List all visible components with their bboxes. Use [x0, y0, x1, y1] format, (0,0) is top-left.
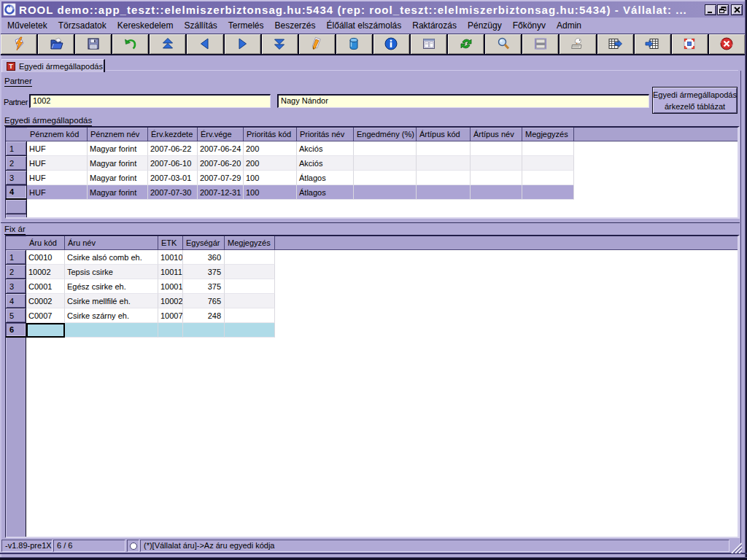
prev-record-button[interactable] [187, 34, 224, 54]
agreement-grid-cell[interactable] [471, 185, 522, 200]
agreement-grid-cell[interactable] [417, 185, 471, 200]
agreement-grid-cell[interactable]: 200 [244, 141, 297, 156]
fix-price-grid-cell[interactable]: 10010 [158, 250, 183, 265]
fix-price-grid-cell[interactable]: Csirke alsó comb eh. [65, 250, 158, 265]
agreement-grid-cell[interactable] [471, 141, 522, 156]
fix-price-grid-cell[interactable] [158, 323, 183, 338]
fix-price-grid-cell[interactable] [225, 308, 275, 323]
select-grid-button[interactable] [672, 34, 709, 54]
open-folder-button[interactable] [38, 34, 75, 54]
agreement-grid-cell[interactable] [522, 171, 574, 185]
agreement-grid-cell[interactable] [417, 141, 471, 156]
agreement-grid-cell[interactable]: Magyar forint [88, 171, 148, 185]
fix-price-grid-cell[interactable]: 375 [183, 279, 225, 294]
save-button[interactable] [75, 34, 112, 54]
agreement-grid-cell[interactable] [522, 141, 574, 156]
fix-price-grid-cell[interactable]: 10002 [26, 265, 65, 279]
agreement-grid-cell[interactable]: 100 [244, 171, 297, 185]
fix-price-grid-row-number[interactable]: 4 [6, 294, 26, 308]
agreement-grid-cell[interactable] [417, 156, 471, 171]
restore-button[interactable] [717, 4, 729, 15]
agreement-grid-row-number[interactable]: 4 [6, 185, 26, 200]
fix-price-grid-column-header[interactable]: Megjegyzés [225, 236, 275, 249]
fix-price-grid-row-number[interactable]: 1 [6, 250, 26, 265]
fix-price-grid-cell[interactable]: 10011 [158, 265, 183, 279]
menu-item-1[interactable]: Műveletek [7, 20, 47, 31]
agreement-grid-cell[interactable] [522, 156, 574, 171]
fix-price-grid-cell[interactable] [225, 294, 275, 308]
agreement-grid-cell[interactable]: HUF [27, 171, 88, 185]
fix-price-grid-cell[interactable]: 765 [183, 294, 225, 308]
menu-item-6[interactable]: Beszerzés [275, 20, 316, 31]
tab-egyedi-armegallapodas[interactable]: T Egyedi ármegállapodás [1, 59, 105, 72]
agreement-grid-cell[interactable]: 2007-07-30 [148, 185, 198, 200]
agreement-grid-cell[interactable] [354, 141, 417, 156]
fix-price-grid-cell[interactable]: 375 [183, 265, 225, 279]
agreement-grid-cell[interactable]: Magyar forint [88, 156, 148, 171]
agreement-grid-column-header[interactable]: Érv.kezdete [148, 128, 198, 141]
menu-item-2[interactable]: Törzsadatok [58, 20, 107, 31]
fix-price-grid-cell[interactable]: 10007 [158, 308, 183, 323]
agreement-grid-column-header[interactable]: Pénznem kód [27, 128, 88, 141]
fix-price-section-heading[interactable]: Fix ár [4, 225, 26, 235]
agreement-grid-cell[interactable]: Magyar forint [88, 185, 148, 200]
keyboard-input-button[interactable] [560, 34, 597, 54]
fix-price-grid-cell[interactable]: C0002 [26, 294, 65, 308]
agreement-grid-column-header[interactable]: Érv.vége [198, 128, 244, 141]
form-window-button[interactable] [411, 34, 448, 54]
agreement-grid-cell[interactable]: 100 [244, 185, 297, 200]
resize-grip[interactable] [730, 542, 742, 553]
menu-item-7[interactable]: Élőállat elszámolás [327, 20, 402, 31]
agreement-grid-cell[interactable] [417, 171, 471, 185]
agreement-grid-cell[interactable]: Átlagos [297, 185, 354, 200]
fix-price-grid-cell[interactable]: 10001 [158, 279, 183, 294]
fix-price-grid-cell[interactable] [225, 250, 275, 265]
agreement-grid-column-header[interactable]: Megjegyzés [522, 128, 574, 141]
menu-item-5[interactable]: Termelés [228, 20, 264, 31]
first-record-button[interactable] [150, 34, 187, 54]
agreement-grid-column-header[interactable]: Pénznem név [88, 128, 148, 141]
agreement-grid-cell[interactable]: HUF [27, 156, 88, 171]
fix-price-grid-cell[interactable] [225, 323, 275, 338]
menu-item-11[interactable]: Admin [557, 20, 581, 31]
agreement-grid-column-header[interactable]: Ártípus kód [417, 128, 471, 141]
agreement-grid-cell[interactable]: Átlagos [297, 171, 354, 185]
menu-item-3[interactable]: Kereskedelem [117, 20, 174, 31]
partner-name-input[interactable]: Nagy Nándor [277, 94, 649, 108]
menu-item-10[interactable]: Főkönyv [513, 20, 546, 31]
fix-price-grid-row-number[interactable]: 5 [6, 308, 26, 323]
agreement-grid-cell[interactable]: 2007-07-29 [198, 171, 244, 185]
agreement-grid-cell[interactable] [354, 156, 417, 171]
minimize-button[interactable] [705, 4, 716, 15]
edit-button[interactable] [299, 34, 336, 54]
menu-item-8[interactable]: Raktározás [412, 20, 457, 31]
import-table-button[interactable] [635, 34, 672, 54]
agreement-grid-cell[interactable]: Akciós [297, 141, 354, 156]
menu-item-9[interactable]: Pénzügy [468, 20, 502, 31]
database-button[interactable] [336, 34, 374, 54]
close-button[interactable] [731, 4, 743, 15]
fix-price-grid-cell[interactable] [225, 265, 275, 279]
agreement-grid-cell[interactable]: 2007-12-31 [198, 185, 244, 200]
fix-price-grid-row-number[interactable]: 6 [6, 323, 26, 338]
agreement-grid-column-header[interactable]: Ártípus név [471, 128, 522, 141]
agreement-grid-cell[interactable]: 2007-06-22 [148, 141, 198, 156]
fix-price-grid-cell[interactable] [183, 323, 225, 338]
fix-price-grid-row-number[interactable]: 3 [6, 279, 26, 294]
fix-price-grid-cell[interactable]: C0007 [26, 308, 65, 323]
execute-button[interactable] [1, 34, 38, 54]
fix-price-grid-focused-cell[interactable] [26, 323, 65, 338]
agreement-grid-row-number[interactable]: 2 [6, 156, 26, 171]
fix-price-grid-row-number[interactable]: 2 [6, 265, 26, 279]
agreement-grid-cell[interactable]: HUF [27, 141, 88, 156]
fix-price-grid-cell[interactable] [65, 323, 158, 338]
fix-price-grid-cell[interactable]: Egész csirke eh. [65, 279, 158, 294]
fix-price-grid-cell[interactable]: Csirke szárny eh. [65, 308, 158, 323]
fix-price-grid-cell[interactable]: 360 [183, 250, 225, 265]
last-record-button[interactable] [262, 34, 299, 54]
agreement-grid-row-number[interactable]: 3 [6, 171, 26, 185]
menu-item-4[interactable]: Szállítás [184, 20, 217, 31]
agreement-grid-cell[interactable]: 2007-06-20 [198, 156, 244, 171]
agreement-grid-cell[interactable] [471, 171, 522, 185]
fix-price-grid-column-header[interactable]: ETK [158, 236, 183, 249]
